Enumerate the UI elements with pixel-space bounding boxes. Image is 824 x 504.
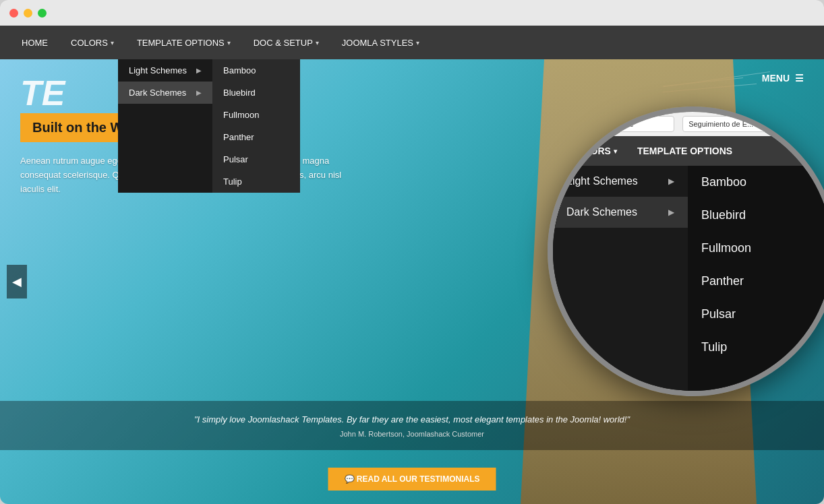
testimonial-bar: "I simply love Joomlashack Templates. By… — [0, 401, 824, 451]
light-schemes-arrow-icon: ▶ — [196, 67, 202, 74]
mag-panther[interactable]: Panther — [688, 265, 824, 298]
minimize-button[interactable] — [24, 9, 32, 18]
testimonial-text: "I simply love Joomlashack Templates. By… — [12, 413, 812, 427]
main-window: HOME COLORS ▾ TEMPLATE OPTIONS ▾ DOC & S… — [0, 26, 824, 504]
fullmoon-item[interactable]: Fullmoon — [212, 104, 300, 126]
mag-address-text: Seguimiento de E... — [688, 120, 753, 128]
dropdown-col2: Bamboo Bluebird Fullmoon Panther Pulsar … — [212, 59, 300, 193]
prev-arrow-button[interactable]: ◀ — [7, 265, 27, 298]
mag-dark-schemes[interactable]: Dark Schemes ▶ — [553, 197, 688, 228]
dark-schemes-item[interactable]: Dark Schemes ▶ — [118, 82, 212, 104]
joomla-styles-arrow-icon: ▾ — [416, 39, 419, 46]
mag-dropdown-area: Light Schemes ▶ Dark Schemes ▶ Bamboo Bl… — [553, 166, 824, 391]
nav-doc-setup[interactable]: DOC & SETUP ▾ — [245, 32, 327, 53]
maximize-button[interactable] — [38, 9, 47, 18]
nav-template-options[interactable]: TEMPLATE OPTIONS ▾ — [129, 32, 239, 53]
dark-schemes-arrow-icon: ▶ — [196, 89, 202, 96]
bluebird-item[interactable]: Bluebird — [212, 82, 300, 104]
mag-bamboo[interactable]: Bamboo — [688, 166, 824, 199]
mag-bluebird[interactable]: Bluebird — [688, 199, 824, 232]
site-navbar: HOME COLORS ▾ TEMPLATE OPTIONS ▾ DOC & S… — [0, 26, 824, 59]
mag-fullmoon[interactable]: Fullmoon — [688, 232, 824, 265]
nav-joomla-styles[interactable]: JOOMLA STYLES ▾ — [334, 32, 428, 53]
doc-setup-arrow-icon: ▾ — [316, 39, 319, 46]
hero-logo: TE — [20, 73, 65, 113]
mag-light-arrow-icon: ▶ — [668, 177, 674, 186]
close-button[interactable] — [9, 9, 18, 18]
mag-light-schemes[interactable]: Light Schemes ▶ — [553, 166, 688, 197]
pulsar-item[interactable]: Pulsar — [212, 148, 300, 170]
read-all-button[interactable]: 💬 READ ALL OUR TESTIMONIALS — [328, 468, 496, 491]
dropdown-col1: Light Schemes ▶ Dark Schemes ▶ — [118, 59, 212, 193]
light-schemes-item[interactable]: Light Schemes ▶ — [118, 59, 212, 82]
magnifier-overlay: 📄 template.joomle Seguimiento de E... G … — [548, 106, 824, 396]
testimonial-author: John M. Robertson, Joomlashack Customer — [12, 430, 812, 438]
mag-colors-arrow-icon: ▾ — [614, 148, 617, 155]
mag-pulsar[interactable]: Pulsar — [688, 298, 824, 331]
mag-nav-template-options[interactable]: TEMPLATE OPTIONS — [630, 143, 739, 159]
colors-arrow-icon: ▾ — [111, 39, 114, 46]
hamburger-icon: ☰ — [795, 73, 804, 84]
nav-colors[interactable]: COLORS ▾ — [63, 32, 122, 53]
small-dropdown: Light Schemes ▶ Dark Schemes ▶ Bamboo Bl… — [118, 59, 300, 193]
mag-dark-arrow-icon: ▶ — [668, 208, 674, 217]
tulip-item[interactable]: Tulip — [212, 170, 300, 193]
panther-item[interactable]: Panther — [212, 126, 300, 148]
bamboo-item[interactable]: Bamboo — [212, 59, 300, 82]
menu-button[interactable]: MENU ☰ — [762, 73, 804, 84]
nav-home[interactable]: HOME — [13, 32, 56, 53]
template-options-arrow-icon: ▾ — [227, 39, 231, 46]
window-chrome — [0, 0, 824, 26]
